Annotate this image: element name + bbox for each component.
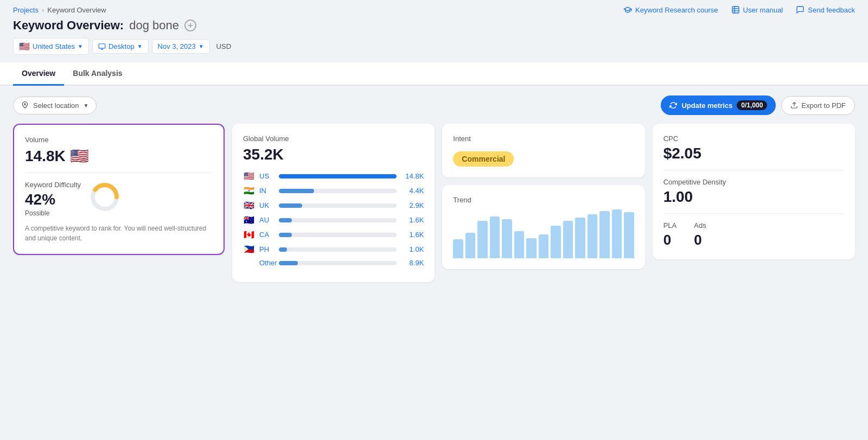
- add-keyword-button[interactable]: +: [184, 20, 196, 31]
- trend-bar: [575, 218, 585, 258]
- main-content: Select location ▼ Update metrics 0/1,000…: [0, 86, 868, 292]
- intent-badge: Commercial: [453, 151, 514, 167]
- desktop-icon: [98, 43, 106, 50]
- trend-bar: [624, 212, 634, 258]
- cpc-card: CPC $2.05 Competitive Density 1.00 PLA 0…: [653, 124, 855, 259]
- keyword-research-link-label: Keyword Research course: [635, 6, 718, 14]
- country-code: US: [259, 172, 275, 180]
- breadcrumb-parent[interactable]: Projects: [13, 6, 39, 14]
- country-flag: 🇺🇸: [19, 41, 30, 52]
- device-label: Desktop: [108, 42, 135, 50]
- cpc-divider: [663, 170, 844, 170]
- breadcrumb: Projects › Keyword Overview: [13, 6, 106, 14]
- country-value: 4.4K: [401, 187, 424, 195]
- country-code: AU: [259, 216, 275, 224]
- page-title: Keyword Overview: dog bone +: [13, 18, 855, 33]
- export-icon: [790, 101, 798, 109]
- update-metrics-button[interactable]: Update metrics 0/1,000: [661, 95, 776, 115]
- svg-point-5: [24, 104, 26, 105]
- country-row: 🇦🇺AU1.6K: [243, 215, 424, 225]
- ads-value: 0: [694, 232, 706, 248]
- bar-fill: [279, 233, 292, 237]
- location-pin-icon: [21, 101, 29, 109]
- bar-track: [279, 189, 397, 193]
- card-divider: [25, 173, 213, 173]
- device-chevron-icon: ▼: [137, 43, 143, 49]
- tab-bulk-analysis-label: Bulk Analysis: [73, 69, 122, 78]
- header-section: Keyword Overview: dog bone + 🇺🇸 United S…: [0, 14, 868, 55]
- country-code: Other: [259, 259, 275, 267]
- cpc-value: $2.05: [663, 145, 844, 162]
- comp-density-value: 1.00: [663, 188, 844, 206]
- global-volume-value: 35.2K: [243, 146, 424, 163]
- country-flag-icon: 🇮🇳: [243, 186, 255, 196]
- bar-track: [279, 247, 397, 252]
- trend-label: Trend: [453, 196, 634, 204]
- device-filter-button[interactable]: Desktop ▼: [92, 39, 149, 54]
- select-location-chevron-icon: ▼: [84, 103, 89, 109]
- country-value: 2.9K: [401, 201, 424, 209]
- country-code: UK: [259, 201, 275, 209]
- trend-bar: [599, 211, 609, 259]
- select-location-button[interactable]: Select location ▼: [13, 97, 97, 114]
- country-row: 🇬🇧UK2.9K: [243, 200, 424, 211]
- ads-label: Ads: [694, 221, 706, 229]
- country-filter-button[interactable]: 🇺🇸 United States ▼: [13, 38, 89, 55]
- kd-section: Keyword Difficulty 42% Possible: [25, 181, 213, 217]
- user-manual-link-label: User manual: [743, 6, 783, 14]
- update-metrics-counter: 0/1,000: [737, 100, 767, 110]
- breadcrumb-sep: ›: [42, 6, 44, 14]
- country-row: 🇵🇭PH1.0K: [243, 244, 424, 254]
- export-pdf-label: Export to PDF: [801, 101, 846, 110]
- country-row: 🇮🇳IN4.4K: [243, 186, 424, 196]
- volume-kd-card: Volume 14.8K 🇺🇸 Keyword Difficulty 42% P…: [13, 124, 225, 255]
- kd-description: A competitive keyword to rank for. You w…: [25, 224, 213, 243]
- intent-trend-col: Intent Commercial Trend: [442, 124, 644, 269]
- country-flag-icon: 🇺🇸: [243, 171, 255, 181]
- country-code: PH: [259, 245, 275, 253]
- ads-item: Ads 0: [694, 221, 706, 248]
- trend-card: Trend: [442, 185, 644, 269]
- top-links: Keyword Research course User manual Send…: [623, 5, 855, 14]
- refresh-icon: [669, 101, 677, 109]
- country-flag-icon: 🇬🇧: [243, 200, 255, 211]
- country-label: United States: [33, 42, 75, 50]
- country-value: 1.0K: [401, 245, 424, 253]
- trend-bar: [477, 221, 487, 258]
- cpc-section: CPC $2.05: [663, 135, 844, 162]
- comp-density-label: Competitive Density: [663, 178, 844, 186]
- pla-label: PLA: [663, 221, 677, 229]
- global-volume-card: Global Volume 35.2K 🇺🇸US14.8K🇮🇳IN4.4K🇬🇧U…: [232, 124, 435, 282]
- send-feedback-link-label: Send feedback: [808, 6, 855, 14]
- country-value: 1.6K: [401, 231, 424, 239]
- tab-overview[interactable]: Overview: [13, 62, 64, 86]
- bar-fill: [279, 203, 302, 208]
- volume-flag: 🇺🇸: [70, 147, 89, 165]
- svg-rect-0: [732, 7, 739, 13]
- keyword-research-course-link[interactable]: Keyword Research course: [623, 5, 718, 14]
- page-wrapper: Projects › Keyword Overview Keyword Rese…: [0, 0, 868, 440]
- trend-bar: [526, 238, 536, 259]
- date-label: Nov 3, 2023: [158, 42, 196, 50]
- bar-track: [279, 203, 397, 208]
- message-icon: [796, 5, 805, 14]
- tab-bulk-analysis[interactable]: Bulk Analysis: [64, 62, 131, 86]
- intent-label: Intent: [453, 135, 634, 143]
- send-feedback-link[interactable]: Send feedback: [796, 5, 855, 14]
- country-flag-icon: 🇵🇭: [243, 244, 255, 254]
- volume-value: 14.8K 🇺🇸: [25, 147, 213, 165]
- export-pdf-button[interactable]: Export to PDF: [781, 96, 855, 115]
- trend-bar: [588, 214, 597, 258]
- bar-track: [279, 174, 397, 178]
- comp-density-divider: [663, 213, 844, 214]
- bar-track: [279, 233, 397, 237]
- date-filter-button[interactable]: Nov 3, 2023 ▼: [152, 39, 210, 54]
- user-manual-link[interactable]: User manual: [731, 5, 783, 14]
- intent-card: Intent Commercial: [442, 124, 644, 177]
- volume-number: 14.8K: [25, 148, 66, 165]
- trend-bar: [539, 234, 548, 258]
- country-row: 🇨🇦CA1.6K: [243, 229, 424, 240]
- bar-fill: [279, 261, 298, 265]
- trend-bar: [502, 219, 512, 259]
- breadcrumb-current: Keyword Overview: [47, 6, 106, 14]
